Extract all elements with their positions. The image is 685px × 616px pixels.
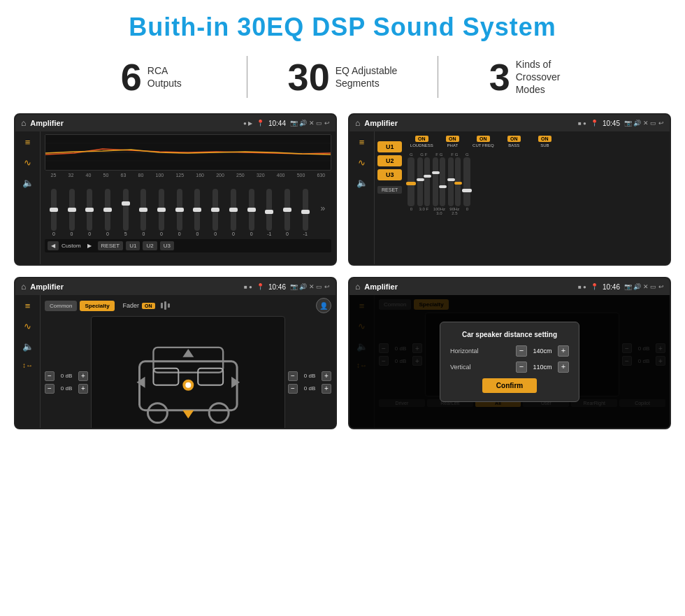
reset-button-c[interactable]: RESET: [377, 186, 402, 194]
screen-crossover: ⌂ Amplifier ■ ● 📍 10:45 📷 🔊 ✕ ▭ ↩ ≡ ∿ 🔈 …: [348, 113, 671, 266]
svg-rect-8: [153, 368, 178, 385]
eq-u2-button[interactable]: U2: [143, 241, 157, 250]
freq-labels: 2532405063 80100125160200 25032040050063…: [45, 173, 331, 178]
dialog-overlay: Car speaker distance setting Horizontal …: [349, 295, 670, 428]
sidebar-wave-icon[interactable]: ∿: [24, 157, 31, 168]
slider-10[interactable]: 0: [212, 189, 218, 236]
sidebar-wave-icon-f[interactable]: ∿: [24, 321, 31, 331]
topbar-title-crossover: Amplifier: [364, 119, 574, 127]
u1-button[interactable]: U1: [377, 141, 402, 152]
u-buttons-col: U1 U2 U3 RESET: [377, 136, 402, 260]
stat-number-rca: 6: [121, 58, 142, 96]
specialty-tab[interactable]: Specialty: [80, 301, 114, 311]
topbar-icons-fader: 📷 🔊 ✕ ▭ ↩: [290, 283, 330, 290]
eq-u1-button[interactable]: U1: [126, 241, 140, 250]
slider-8[interactable]: 0: [177, 189, 182, 236]
home-icon-fader[interactable]: ⌂: [21, 282, 26, 292]
common-tab[interactable]: Common: [45, 301, 77, 311]
vertical-control: − 110cm +: [516, 361, 569, 373]
screen-content-eq: ≡ ∿ 🔈: [15, 131, 336, 264]
fader-lines: [161, 301, 170, 310]
vertical-plus[interactable]: +: [558, 361, 569, 373]
minus-btn-1[interactable]: −: [45, 371, 55, 381]
u2-button[interactable]: U2: [377, 155, 402, 166]
eq-u3-button[interactable]: U3: [160, 241, 174, 250]
minus-btn-4[interactable]: −: [288, 384, 298, 394]
plus-btn-4[interactable]: +: [322, 384, 331, 394]
plus-btn-3[interactable]: +: [322, 371, 331, 381]
slider-9[interactable]: 0: [194, 189, 200, 236]
left-sidebar-crossover: ≡ ∿ 🔈: [349, 131, 375, 264]
topbar-fader: ⌂ Amplifier ■ ● 📍 10:46 📷 🔊 ✕ ▭ ↩: [15, 278, 336, 295]
sidebar-eq-icon[interactable]: ≡: [25, 137, 31, 148]
horizontal-plus[interactable]: +: [558, 345, 569, 357]
ctrl-block-cutfreq: ON CUT FREQ: [469, 136, 497, 150]
topbar-time-fader: 10:46: [268, 283, 286, 291]
slider-7[interactable]: 0: [159, 189, 164, 236]
sidebar-volume-icon-f[interactable]: 🔈: [22, 341, 34, 352]
dot-icon-crossover: ■ ●: [578, 120, 586, 127]
db-row-1: − 0 dB +: [45, 371, 88, 381]
db-val-3: 0 dB: [300, 373, 319, 379]
profile-icon[interactable]: 👤: [316, 298, 331, 313]
stat-label-rca: RCAOutputs: [147, 64, 182, 89]
sidebar-volume-icon[interactable]: 🔈: [22, 178, 34, 188]
slider-15[interactable]: -1: [303, 189, 308, 236]
svg-point-7: [209, 403, 229, 423]
topbar-icons-dialog: 📷 🔊 ✕ ▭ ↩: [624, 283, 664, 290]
sidebar-arrows-icon-f[interactable]: ↕↔: [22, 361, 33, 369]
u3-button[interactable]: U3: [377, 169, 402, 180]
fader-top-row: Common Specialty Fader ON 👤: [45, 298, 331, 313]
on-badge-cutfreq: ON: [477, 136, 490, 142]
slider-13[interactable]: -1: [266, 189, 272, 236]
plus-btn-2[interactable]: +: [78, 384, 88, 394]
svg-point-11: [185, 382, 191, 388]
sidebar-eq-icon-c[interactable]: ≡: [359, 137, 365, 148]
plus-btn-1[interactable]: +: [78, 371, 88, 381]
slider-4[interactable]: 0: [105, 189, 110, 236]
left-sidebar-eq: ≡ ∿ 🔈: [15, 131, 41, 264]
svg-marker-12: [182, 349, 194, 357]
topbar-title-fader: Amplifier: [30, 282, 240, 291]
eq-reset-button[interactable]: RESET: [98, 241, 124, 250]
minus-btn-3[interactable]: −: [288, 371, 298, 381]
sidebar-wave-icon-c[interactable]: ∿: [358, 157, 366, 168]
slider-12[interactable]: 0: [249, 189, 254, 236]
slider-11[interactable]: 0: [231, 189, 236, 236]
page-title: Buith-in 30EQ DSP Sound System: [0, 0, 685, 49]
topbar-icons-eq: 📷 🔊 ✕ ▭ ↩: [290, 120, 330, 127]
minus-btn-2[interactable]: −: [45, 384, 55, 394]
stat-number-crossover: 3: [489, 58, 510, 96]
slider-6[interactable]: 0: [140, 189, 146, 236]
eq-play-button[interactable]: ▶: [84, 241, 95, 250]
sidebar-eq-icon-f[interactable]: ≡: [25, 301, 31, 311]
on-badge-phat: ON: [446, 136, 459, 142]
db-row-2: − 0 dB +: [45, 384, 88, 394]
topbar-crossover: ⌂ Amplifier ■ ● 📍 10:45 📷 🔊 ✕ ▭ ↩: [349, 115, 670, 131]
dot-icon-dialog: ■ ●: [578, 284, 586, 290]
screen-fader: ⌂ Amplifier ■ ● 📍 10:46 📷 🔊 ✕ ▭ ↩ ≡ ∿ 🔈 …: [14, 277, 337, 429]
topbar-time-eq: 10:44: [268, 120, 286, 127]
slider-3[interactable]: 0: [87, 189, 92, 236]
home-icon-dialog[interactable]: ⌂: [355, 282, 360, 292]
svg-point-6: [147, 403, 167, 423]
dialog-row-vertical: Vertical − 110cm +: [450, 361, 569, 373]
slider-14[interactable]: 0: [284, 189, 290, 236]
expand-icon-eq[interactable]: »: [320, 203, 325, 213]
sidebar-volume-icon-c[interactable]: 🔈: [356, 178, 368, 188]
topbar-icons-crossover: 📷 🔊 ✕ ▭ ↩: [624, 120, 664, 127]
home-icon-crossover[interactable]: ⌂: [355, 118, 360, 128]
horizontal-label: Horizontal: [450, 348, 479, 354]
slider-2[interactable]: 0: [69, 189, 75, 236]
home-icon-eq[interactable]: ⌂: [21, 118, 26, 128]
db-val-1: 0 dB: [57, 373, 76, 379]
screen-eq: ⌂ Amplifier ● ▶ 📍 10:44 📷 🔊 ✕ ▭ ↩ ≡ ∿ 🔈: [14, 113, 337, 266]
slider-1[interactable]: 0: [51, 189, 57, 236]
horizontal-minus[interactable]: −: [516, 345, 527, 357]
vertical-minus[interactable]: −: [516, 361, 527, 373]
screen-content-crossover: ≡ ∿ 🔈 U1 U2 U3 RESET ON LOUDNESS: [349, 131, 670, 264]
fader-controls-left: − 0 dB + − 0 dB +: [45, 316, 88, 429]
slider-5[interactable]: 5: [123, 189, 129, 236]
confirm-button[interactable]: Confirm: [482, 378, 537, 393]
eq-prev-button[interactable]: ◀: [48, 241, 59, 250]
